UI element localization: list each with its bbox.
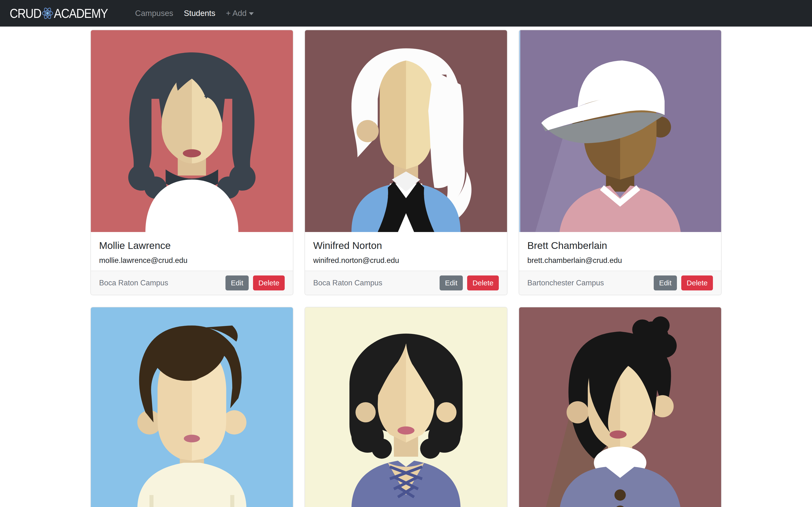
avatar-image [519, 30, 721, 232]
card-footer: Bartonchester Campus Edit Delete [519, 271, 721, 295]
top-navbar: CRUD ACADEMY Campuses Students + Add [0, 0, 812, 26]
card-footer: Boca Raton Campus Edit Delete [305, 271, 507, 295]
caret-down-icon [249, 12, 254, 15]
student-card-grid: Mollie Lawrence mollie.lawrence@crud.edu… [0, 30, 812, 507]
avatar-image [91, 307, 293, 507]
card-body: Mollie Lawrence mollie.lawrence@crud.edu [91, 232, 293, 271]
edit-button[interactable]: Edit [440, 276, 463, 290]
brand-text-left: CRUD [10, 6, 41, 21]
card-actions: Edit Delete [225, 276, 285, 290]
avatar-image [91, 30, 293, 232]
nav-link-campuses[interactable]: Campuses [130, 9, 179, 18]
card-body: Brett Chamberlain brett.chamberlain@crud… [519, 232, 721, 271]
student-name: Mollie Lawrence [99, 240, 285, 251]
student-email: winifred.norton@crud.edu [313, 256, 499, 265]
student-card: Brett Chamberlain brett.chamberlain@crud… [519, 30, 722, 295]
avatar-image [305, 307, 507, 507]
student-card: Mollie Lawrence mollie.lawrence@crud.edu… [90, 30, 293, 295]
student-name: Winifred Norton [313, 240, 499, 251]
student-card: Winifred Norton winifred.norton@crud.edu… [305, 30, 507, 295]
add-dropdown-toggle[interactable]: + Add [221, 9, 259, 18]
delete-button[interactable]: Delete [253, 276, 285, 290]
react-atom-icon [42, 6, 53, 20]
student-campus: Bartonchester Campus [527, 279, 604, 287]
student-card [90, 307, 293, 507]
student-name: Brett Chamberlain [527, 240, 713, 251]
student-card [305, 307, 507, 507]
card-footer: Boca Raton Campus Edit Delete [91, 271, 293, 295]
student-card [519, 307, 722, 507]
edit-button[interactable]: Edit [225, 276, 249, 290]
student-campus: Boca Raton Campus [99, 279, 168, 287]
card-actions: Edit Delete [440, 276, 499, 290]
card-actions: Edit Delete [654, 276, 713, 290]
avatar-image [519, 307, 721, 507]
student-email: mollie.lawrence@crud.edu [99, 256, 285, 265]
student-email: brett.chamberlain@crud.edu [527, 256, 713, 265]
edit-button[interactable]: Edit [654, 276, 677, 290]
delete-button[interactable]: Delete [467, 276, 499, 290]
nav-link-students[interactable]: Students [179, 9, 221, 18]
main-nav: Campuses Students + Add [130, 9, 259, 18]
brand-link[interactable]: CRUD ACADEMY [10, 6, 108, 21]
delete-button[interactable]: Delete [681, 276, 713, 290]
avatar-image [305, 30, 507, 232]
brand-text-right: ACADEMY [54, 6, 108, 21]
card-body: Winifred Norton winifred.norton@crud.edu [305, 232, 507, 271]
add-dropdown-label: + Add [226, 9, 247, 18]
student-campus: Boca Raton Campus [313, 279, 382, 287]
